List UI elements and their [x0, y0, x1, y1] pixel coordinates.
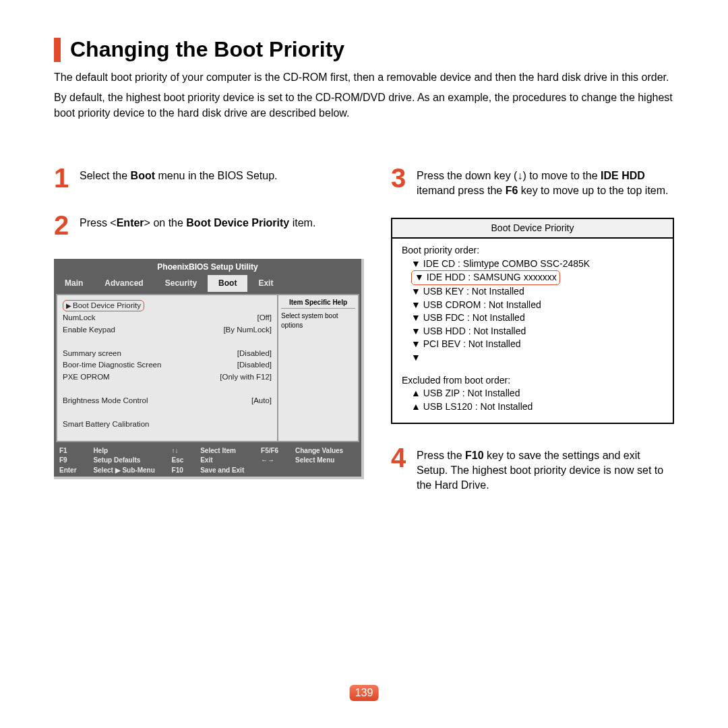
priority-item: ▼ USB FDC : Not Installed [402, 311, 663, 325]
bios-row-diag: Boor-time Diagnostic Screen [63, 360, 161, 371]
step-text-4: Press the F10 key to save the settings a… [417, 444, 674, 492]
bios-row-pxe: PXE OPROM [63, 372, 110, 383]
bios-footer: F1Help ↑↓Select Item F5/F6Change Values … [54, 444, 361, 477]
bios-row-numlock: NumLock [63, 313, 96, 324]
step-number-2: 2 [54, 212, 73, 239]
bios-main-panel: Boot Device Priority NumLock[Off] Enable… [57, 295, 277, 441]
left-column: 1 Select the Boot menu in the BIOS Setup… [54, 164, 364, 512]
step-number-1: 1 [54, 164, 73, 191]
boot-priority-title: Boot Device Priority [392, 219, 673, 239]
bios-tab-main: Main [54, 275, 94, 291]
priority-item: ▼ [402, 351, 663, 365]
bios-help-panel: Item Specific Help Select system boot op… [277, 295, 358, 441]
priority-item-hdd: ▼ IDE HDD : SAMSUNG xxxxxxx [411, 270, 560, 285]
page-number: 139 [350, 685, 379, 701]
bios-help-text: Select system boot options [281, 311, 355, 330]
step-number-4: 4 [391, 444, 410, 492]
excluded-item: ▲ USB ZIP : Not Installed [402, 387, 663, 400]
excluded-item: ▲ USB LS120 : Not Installed [402, 400, 663, 414]
bios-tab-security: Security [154, 275, 208, 291]
bios-title: PhoenixBIOS Setup Utility [54, 259, 361, 275]
step-text-3: Press the down key (↓) to move to the ID… [417, 164, 674, 198]
boot-priority-box: Boot Device Priority Boot priority order… [391, 218, 674, 424]
intro-text-1: The default boot priority of your comput… [54, 70, 674, 85]
bios-row-battery: Smart Battery Calibration [63, 419, 149, 430]
bios-screenshot: PhoenixBIOS Setup Utility Main Advanced … [54, 259, 364, 479]
bios-help-title: Item Specific Help [281, 298, 355, 309]
step-number-3: 3 [391, 164, 410, 198]
bios-tabs: Main Advanced Security Boot Exit [54, 275, 361, 291]
priority-item: ▼ USB KEY : Not Installed [402, 285, 663, 299]
bios-row-brightness: Brightness Mode Control [63, 396, 148, 406]
bios-tab-advanced: Advanced [94, 275, 154, 291]
excluded-label: Excluded from boot order: [402, 374, 663, 388]
priority-item: ▼ PCI BEV : Not Installed [402, 338, 663, 351]
priority-item: ▼ USB HDD : Not Installed [402, 325, 663, 338]
priority-item: ▼ IDE CD : Slimtype COMBO SSC-2485K [402, 257, 663, 271]
boot-priority-order-label: Boot priority order: [402, 244, 663, 257]
step-text-2: Press <Enter> on the Boot Device Priorit… [80, 212, 315, 239]
step-text-1: Select the Boot menu in the BIOS Setup. [80, 164, 277, 191]
title-accent-bar [54, 38, 61, 62]
bios-tab-boot: Boot [208, 275, 247, 291]
bios-row-summary: Summary screen [63, 348, 121, 359]
page-title: Changing the Boot Priority [70, 37, 344, 62]
bios-tab-exit: Exit [247, 275, 284, 291]
priority-item: ▼ USB CDROM : Not Installed [402, 299, 663, 312]
bios-row-boot-priority: Boot Device Priority [63, 300, 144, 312]
bios-row-enable-keypad: Enable Keypad [63, 325, 115, 336]
right-column: 3 Press the down key (↓) to move to the … [391, 164, 674, 512]
intro-text-2: By default, the highest boot priority de… [54, 90, 674, 121]
